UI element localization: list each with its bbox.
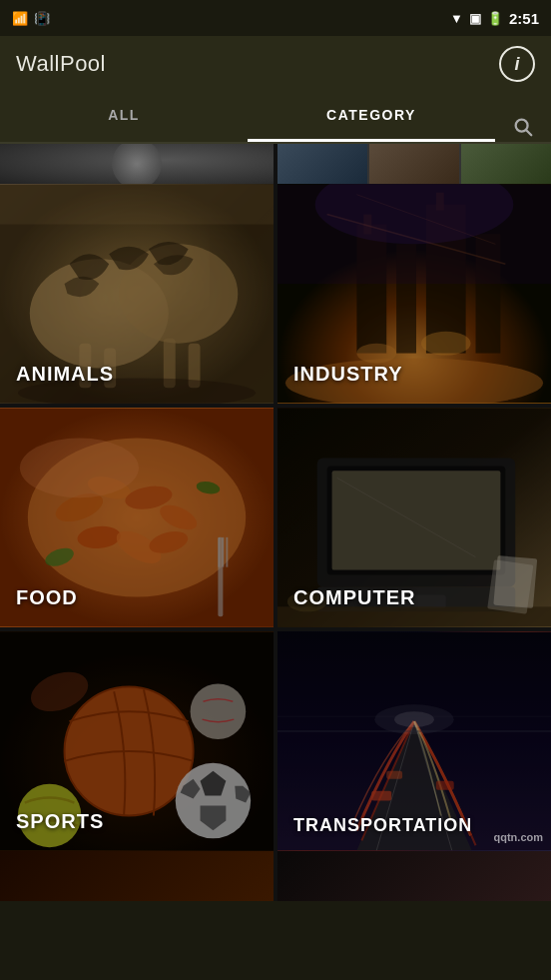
category-tile-sports[interactable]: SPORTS bbox=[0, 631, 274, 851]
strip-right-images bbox=[277, 144, 551, 184]
category-tile-animals[interactable]: ANIMALS bbox=[0, 184, 274, 404]
bottom-tile-left bbox=[0, 851, 274, 901]
tab-bar: ALL CATEGORY bbox=[0, 92, 551, 144]
app-bar: WallPool i bbox=[0, 36, 551, 92]
sim2-icon: 📳 bbox=[34, 11, 50, 26]
watermark-text: qqtn.com bbox=[494, 831, 544, 843]
strip-left-image bbox=[0, 144, 274, 184]
tile-label-animals: ANIMALS bbox=[16, 363, 114, 386]
top-partial-strip bbox=[0, 144, 551, 184]
search-button[interactable] bbox=[495, 116, 551, 142]
status-bar-right: ▼ ▣ 🔋 2:51 bbox=[450, 10, 539, 27]
category-grid: ANIMALS bbox=[0, 184, 551, 851]
tile-label-industry: INDUSTRY bbox=[293, 363, 402, 386]
battery-icon: 🔋 bbox=[487, 11, 503, 26]
category-tile-transportation[interactable]: TRANSPORTATION qqtn.com bbox=[277, 631, 551, 851]
tile-label-food: FOOD bbox=[16, 586, 78, 609]
info-button[interactable]: i bbox=[499, 46, 535, 82]
search-icon bbox=[512, 116, 534, 138]
tab-category[interactable]: CATEGORY bbox=[248, 92, 495, 142]
tab-all[interactable]: ALL bbox=[0, 92, 248, 142]
status-bar-left: 📶 📳 bbox=[12, 11, 50, 26]
category-tile-industry[interactable]: INDUSTRY bbox=[277, 184, 551, 404]
tile-label-transportation: TRANSPORTATION bbox=[293, 814, 472, 837]
app-title: WallPool bbox=[16, 51, 106, 77]
wifi-icon: ▼ bbox=[450, 11, 463, 26]
tile-label-sports: SPORTS bbox=[16, 810, 104, 833]
category-tile-computer[interactable]: COMPUTER bbox=[277, 408, 551, 627]
category-tile-food[interactable]: FOOD bbox=[0, 408, 274, 627]
svg-line-1 bbox=[526, 130, 531, 135]
signal-icon: ▣ bbox=[469, 11, 481, 26]
tile-label-computer: COMPUTER bbox=[293, 586, 415, 609]
status-bar: 📶 📳 ▼ ▣ 🔋 2:51 bbox=[0, 0, 551, 36]
sim1-icon: 📶 bbox=[12, 11, 28, 26]
time-display: 2:51 bbox=[509, 10, 539, 27]
bottom-partial bbox=[0, 851, 551, 901]
bottom-tile-right bbox=[277, 851, 551, 901]
